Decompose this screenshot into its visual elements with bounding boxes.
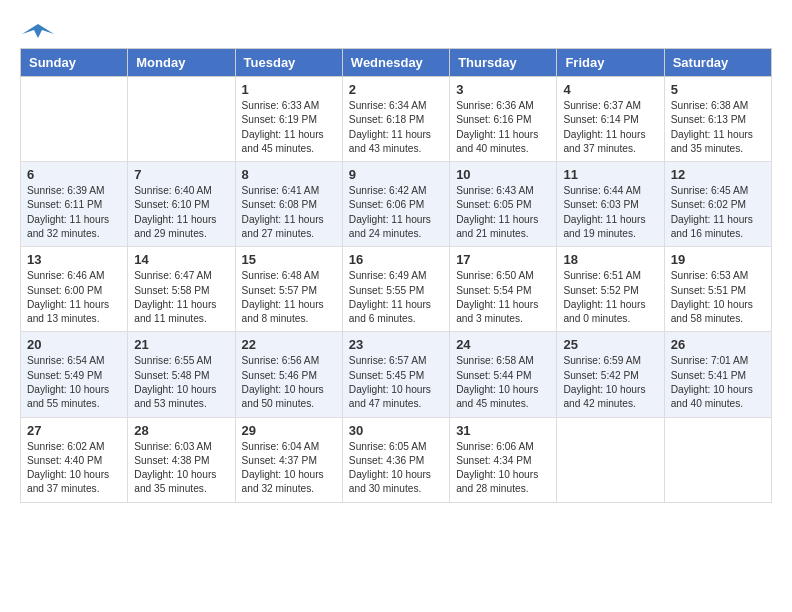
day-number: 4 [563,82,657,97]
cell-info: Sunrise: 6:39 AM Sunset: 6:11 PM Dayligh… [27,184,121,241]
calendar-row: 27Sunrise: 6:02 AM Sunset: 4:40 PM Dayli… [21,417,772,502]
day-number: 17 [456,252,550,267]
cell-info: Sunrise: 7:01 AM Sunset: 5:41 PM Dayligh… [671,354,765,411]
cell-info: Sunrise: 6:40 AM Sunset: 6:10 PM Dayligh… [134,184,228,241]
calendar-cell: 17Sunrise: 6:50 AM Sunset: 5:54 PM Dayli… [450,247,557,332]
day-number: 29 [242,423,336,438]
logo-bird-icon [22,20,54,44]
day-number: 24 [456,337,550,352]
day-number: 2 [349,82,443,97]
cell-info: Sunrise: 6:05 AM Sunset: 4:36 PM Dayligh… [349,440,443,497]
logo [20,20,54,38]
day-number: 20 [27,337,121,352]
day-number: 7 [134,167,228,182]
calendar-cell: 13Sunrise: 6:46 AM Sunset: 6:00 PM Dayli… [21,247,128,332]
calendar-cell: 31Sunrise: 6:06 AM Sunset: 4:34 PM Dayli… [450,417,557,502]
cell-info: Sunrise: 6:47 AM Sunset: 5:58 PM Dayligh… [134,269,228,326]
svg-marker-0 [22,24,54,38]
weekday-header: Sunday [21,49,128,77]
calendar-cell: 22Sunrise: 6:56 AM Sunset: 5:46 PM Dayli… [235,332,342,417]
weekday-header: Thursday [450,49,557,77]
day-number: 6 [27,167,121,182]
calendar-header-row: SundayMondayTuesdayWednesdayThursdayFrid… [21,49,772,77]
day-number: 26 [671,337,765,352]
cell-info: Sunrise: 6:50 AM Sunset: 5:54 PM Dayligh… [456,269,550,326]
day-number: 19 [671,252,765,267]
cell-info: Sunrise: 6:54 AM Sunset: 5:49 PM Dayligh… [27,354,121,411]
calendar-cell: 11Sunrise: 6:44 AM Sunset: 6:03 PM Dayli… [557,162,664,247]
weekday-header: Saturday [664,49,771,77]
cell-info: Sunrise: 6:49 AM Sunset: 5:55 PM Dayligh… [349,269,443,326]
day-number: 28 [134,423,228,438]
calendar-cell: 12Sunrise: 6:45 AM Sunset: 6:02 PM Dayli… [664,162,771,247]
cell-info: Sunrise: 6:44 AM Sunset: 6:03 PM Dayligh… [563,184,657,241]
day-number: 8 [242,167,336,182]
cell-info: Sunrise: 6:57 AM Sunset: 5:45 PM Dayligh… [349,354,443,411]
calendar-cell: 25Sunrise: 6:59 AM Sunset: 5:42 PM Dayli… [557,332,664,417]
cell-info: Sunrise: 6:04 AM Sunset: 4:37 PM Dayligh… [242,440,336,497]
day-number: 13 [27,252,121,267]
calendar-cell: 20Sunrise: 6:54 AM Sunset: 5:49 PM Dayli… [21,332,128,417]
calendar-cell: 15Sunrise: 6:48 AM Sunset: 5:57 PM Dayli… [235,247,342,332]
page-header [20,20,772,38]
day-number: 21 [134,337,228,352]
day-number: 12 [671,167,765,182]
cell-info: Sunrise: 6:53 AM Sunset: 5:51 PM Dayligh… [671,269,765,326]
cell-info: Sunrise: 6:56 AM Sunset: 5:46 PM Dayligh… [242,354,336,411]
cell-info: Sunrise: 6:41 AM Sunset: 6:08 PM Dayligh… [242,184,336,241]
calendar-cell: 8Sunrise: 6:41 AM Sunset: 6:08 PM Daylig… [235,162,342,247]
calendar-cell: 4Sunrise: 6:37 AM Sunset: 6:14 PM Daylig… [557,77,664,162]
calendar-cell: 24Sunrise: 6:58 AM Sunset: 5:44 PM Dayli… [450,332,557,417]
day-number: 9 [349,167,443,182]
calendar-cell [557,417,664,502]
day-number: 23 [349,337,443,352]
day-number: 25 [563,337,657,352]
cell-info: Sunrise: 6:02 AM Sunset: 4:40 PM Dayligh… [27,440,121,497]
calendar-cell: 30Sunrise: 6:05 AM Sunset: 4:36 PM Dayli… [342,417,449,502]
calendar-cell: 14Sunrise: 6:47 AM Sunset: 5:58 PM Dayli… [128,247,235,332]
cell-info: Sunrise: 6:36 AM Sunset: 6:16 PM Dayligh… [456,99,550,156]
day-number: 10 [456,167,550,182]
cell-info: Sunrise: 6:37 AM Sunset: 6:14 PM Dayligh… [563,99,657,156]
cell-info: Sunrise: 6:51 AM Sunset: 5:52 PM Dayligh… [563,269,657,326]
calendar-cell: 5Sunrise: 6:38 AM Sunset: 6:13 PM Daylig… [664,77,771,162]
calendar-cell: 3Sunrise: 6:36 AM Sunset: 6:16 PM Daylig… [450,77,557,162]
day-number: 15 [242,252,336,267]
weekday-header: Wednesday [342,49,449,77]
calendar-cell: 21Sunrise: 6:55 AM Sunset: 5:48 PM Dayli… [128,332,235,417]
calendar-row: 6Sunrise: 6:39 AM Sunset: 6:11 PM Daylig… [21,162,772,247]
cell-info: Sunrise: 6:38 AM Sunset: 6:13 PM Dayligh… [671,99,765,156]
cell-info: Sunrise: 6:03 AM Sunset: 4:38 PM Dayligh… [134,440,228,497]
calendar-cell: 2Sunrise: 6:34 AM Sunset: 6:18 PM Daylig… [342,77,449,162]
day-number: 3 [456,82,550,97]
calendar-cell: 19Sunrise: 6:53 AM Sunset: 5:51 PM Dayli… [664,247,771,332]
calendar-cell: 23Sunrise: 6:57 AM Sunset: 5:45 PM Dayli… [342,332,449,417]
cell-info: Sunrise: 6:48 AM Sunset: 5:57 PM Dayligh… [242,269,336,326]
calendar-cell [21,77,128,162]
calendar-cell: 16Sunrise: 6:49 AM Sunset: 5:55 PM Dayli… [342,247,449,332]
cell-info: Sunrise: 6:59 AM Sunset: 5:42 PM Dayligh… [563,354,657,411]
weekday-header: Friday [557,49,664,77]
calendar-cell: 28Sunrise: 6:03 AM Sunset: 4:38 PM Dayli… [128,417,235,502]
cell-info: Sunrise: 6:43 AM Sunset: 6:05 PM Dayligh… [456,184,550,241]
calendar-table: SundayMondayTuesdayWednesdayThursdayFrid… [20,48,772,503]
day-number: 16 [349,252,443,267]
weekday-header: Tuesday [235,49,342,77]
day-number: 14 [134,252,228,267]
calendar-cell: 27Sunrise: 6:02 AM Sunset: 4:40 PM Dayli… [21,417,128,502]
day-number: 1 [242,82,336,97]
calendar-cell: 26Sunrise: 7:01 AM Sunset: 5:41 PM Dayli… [664,332,771,417]
calendar-row: 13Sunrise: 6:46 AM Sunset: 6:00 PM Dayli… [21,247,772,332]
day-number: 27 [27,423,121,438]
calendar-row: 20Sunrise: 6:54 AM Sunset: 5:49 PM Dayli… [21,332,772,417]
calendar-cell: 6Sunrise: 6:39 AM Sunset: 6:11 PM Daylig… [21,162,128,247]
calendar-cell: 10Sunrise: 6:43 AM Sunset: 6:05 PM Dayli… [450,162,557,247]
cell-info: Sunrise: 6:46 AM Sunset: 6:00 PM Dayligh… [27,269,121,326]
cell-info: Sunrise: 6:33 AM Sunset: 6:19 PM Dayligh… [242,99,336,156]
cell-info: Sunrise: 6:42 AM Sunset: 6:06 PM Dayligh… [349,184,443,241]
day-number: 5 [671,82,765,97]
day-number: 11 [563,167,657,182]
day-number: 22 [242,337,336,352]
day-number: 18 [563,252,657,267]
calendar-cell: 29Sunrise: 6:04 AM Sunset: 4:37 PM Dayli… [235,417,342,502]
